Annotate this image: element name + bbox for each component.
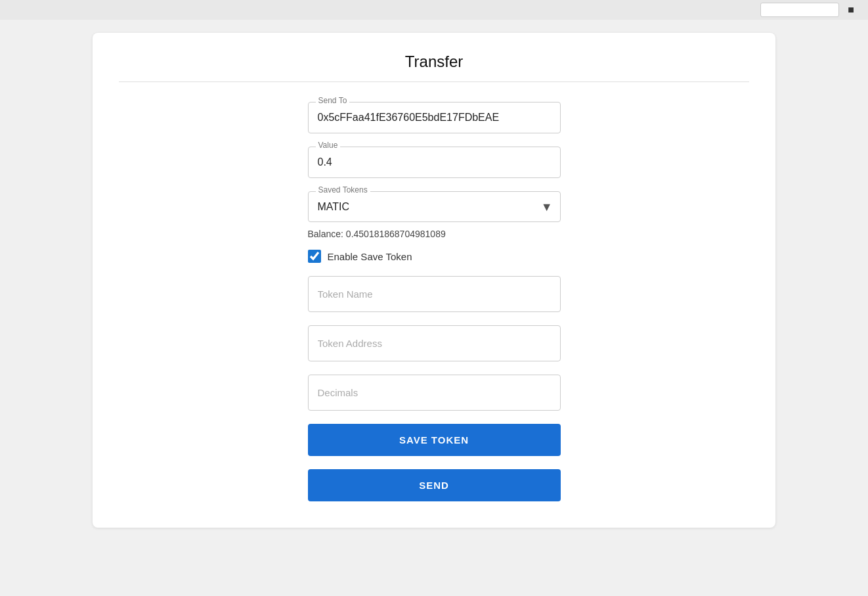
- value-field: Value: [308, 147, 561, 178]
- top-bar: ■: [0, 0, 868, 20]
- enable-save-token-row: Enable Save Token: [308, 250, 561, 263]
- decimals-field: [308, 375, 561, 411]
- saved-tokens-label: Saved Tokens: [316, 185, 370, 195]
- enable-save-token-checkbox[interactable]: [308, 250, 321, 263]
- value-input[interactable]: [308, 147, 561, 178]
- saved-tokens-field: Saved Tokens MATIC ETH USDT USDC ▼: [308, 191, 561, 222]
- page-title: Transfer: [119, 53, 749, 82]
- top-bar-input[interactable]: [760, 3, 839, 17]
- token-address-field: [308, 325, 561, 361]
- send-to-input[interactable]: [308, 102, 561, 133]
- page-wrapper: Transfer Send To Value Saved Tokens MATI…: [0, 20, 868, 541]
- token-address-input[interactable]: [308, 325, 561, 361]
- send-to-label: Send To: [316, 96, 350, 105]
- send-to-field: Send To: [308, 102, 561, 133]
- enable-save-token-label: Enable Save Token: [328, 251, 412, 262]
- value-label: Value: [316, 141, 341, 150]
- transfer-form: Send To Value Saved Tokens MATIC ETH USD…: [308, 102, 561, 501]
- saved-tokens-select[interactable]: MATIC ETH USDT USDC: [308, 191, 561, 222]
- menu-icon: ■: [844, 3, 857, 16]
- send-button[interactable]: SEND: [308, 469, 561, 501]
- balance-display: Balance: 0.450181868704981089: [308, 229, 561, 239]
- saved-tokens-select-wrapper: MATIC ETH USDT USDC ▼: [308, 191, 561, 222]
- transfer-card: Transfer Send To Value Saved Tokens MATI…: [93, 33, 775, 528]
- decimals-input[interactable]: [308, 375, 561, 411]
- token-name-field: [308, 276, 561, 312]
- save-token-button[interactable]: SAVE TOKEN: [308, 424, 561, 456]
- token-name-input[interactable]: [308, 276, 561, 312]
